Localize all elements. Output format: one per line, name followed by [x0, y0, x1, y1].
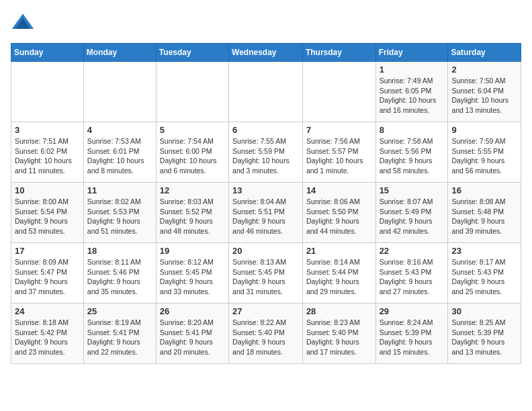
calendar-cell: 9Sunrise: 7:59 AMSunset: 5:55 PMDaylight…: [448, 122, 521, 183]
logo-icon: [11, 11, 35, 35]
day-info: Sunrise: 7:55 AMSunset: 5:59 PMDaylight:…: [232, 136, 299, 176]
day-info: Sunrise: 8:17 AMSunset: 5:43 PMDaylight:…: [451, 257, 517, 297]
day-info: Sunrise: 7:53 AMSunset: 6:01 PMDaylight:…: [87, 136, 152, 176]
day-number: 29: [380, 306, 445, 316]
logo: [11, 11, 38, 35]
calendar-cell: 7Sunrise: 7:56 AMSunset: 5:57 PMDaylight…: [302, 122, 375, 183]
day-number: 18: [87, 246, 152, 256]
calendar-cell: 1Sunrise: 7:49 AMSunset: 6:05 PMDaylight…: [375, 62, 448, 122]
day-info: Sunrise: 8:06 AMSunset: 5:50 PMDaylight:…: [306, 197, 372, 236]
day-number: 4: [87, 125, 152, 135]
calendar-cell: 27Sunrise: 8:22 AMSunset: 5:40 PMDayligh…: [229, 304, 303, 364]
calendar-cell: 18Sunrise: 8:11 AMSunset: 5:46 PMDayligh…: [83, 243, 156, 304]
day-number: 21: [306, 246, 372, 256]
day-info: Sunrise: 8:04 AMSunset: 5:51 PMDaylight:…: [232, 197, 299, 236]
calendar-cell: 11Sunrise: 8:02 AMSunset: 5:53 PMDayligh…: [83, 183, 156, 243]
calendar-cell: 15Sunrise: 8:07 AMSunset: 5:49 PMDayligh…: [375, 183, 448, 243]
day-info: Sunrise: 8:00 AMSunset: 5:54 PMDaylight:…: [15, 197, 80, 236]
calendar-cell: 24Sunrise: 8:18 AMSunset: 5:42 PMDayligh…: [11, 304, 84, 364]
calendar-header-thursday: Thursday: [302, 44, 375, 62]
calendar-header-saturday: Saturday: [448, 44, 521, 62]
calendar-header-monday: Monday: [83, 44, 156, 62]
day-info: Sunrise: 8:14 AMSunset: 5:44 PMDaylight:…: [306, 257, 372, 297]
day-number: 1: [380, 64, 445, 75]
day-info: Sunrise: 8:09 AMSunset: 5:47 PMDaylight:…: [15, 257, 80, 297]
day-number: 28: [306, 306, 372, 316]
day-info: Sunrise: 7:56 AMSunset: 5:57 PMDaylight:…: [306, 136, 372, 176]
day-number: 26: [160, 306, 225, 316]
day-info: Sunrise: 7:51 AMSunset: 6:02 PMDaylight:…: [15, 136, 80, 176]
calendar-body: 1Sunrise: 7:49 AMSunset: 6:05 PMDaylight…: [11, 62, 521, 364]
calendar-week-5: 24Sunrise: 8:18 AMSunset: 5:42 PMDayligh…: [11, 304, 521, 364]
calendar-header-friday: Friday: [375, 44, 448, 62]
calendar-week-4: 17Sunrise: 8:09 AMSunset: 5:47 PMDayligh…: [11, 243, 521, 304]
day-number: 7: [306, 125, 372, 135]
day-info: Sunrise: 7:49 AMSunset: 6:05 PMDaylight:…: [380, 76, 445, 116]
calendar-cell: [156, 62, 228, 122]
calendar-header-row: SundayMondayTuesdayWednesdayThursdayFrid…: [11, 44, 521, 62]
calendar-cell: 5Sunrise: 7:54 AMSunset: 6:00 PMDaylight…: [156, 122, 228, 183]
day-number: 16: [451, 185, 517, 195]
day-info: Sunrise: 8:18 AMSunset: 5:42 PMDaylight:…: [15, 318, 80, 357]
day-number: 19: [160, 246, 225, 256]
day-number: 27: [232, 306, 299, 316]
day-number: 2: [451, 64, 517, 75]
day-number: 25: [87, 306, 152, 316]
day-number: 5: [160, 125, 225, 135]
day-info: Sunrise: 8:24 AMSunset: 5:39 PMDaylight:…: [380, 318, 445, 357]
calendar-cell: 16Sunrise: 8:08 AMSunset: 5:48 PMDayligh…: [448, 183, 521, 243]
calendar-cell: [83, 62, 156, 122]
calendar-cell: 30Sunrise: 8:25 AMSunset: 5:39 PMDayligh…: [448, 304, 521, 364]
day-info: Sunrise: 8:11 AMSunset: 5:46 PMDaylight:…: [87, 257, 152, 297]
calendar-header-wednesday: Wednesday: [229, 44, 303, 62]
day-info: Sunrise: 8:23 AMSunset: 5:40 PMDaylight:…: [306, 318, 372, 357]
day-info: Sunrise: 8:25 AMSunset: 5:39 PMDaylight:…: [451, 318, 517, 357]
day-info: Sunrise: 8:08 AMSunset: 5:48 PMDaylight:…: [451, 197, 517, 236]
calendar-cell: 22Sunrise: 8:16 AMSunset: 5:43 PMDayligh…: [375, 243, 448, 304]
page-header: [11, 11, 521, 35]
calendar-table: SundayMondayTuesdayWednesdayThursdayFrid…: [11, 43, 521, 364]
day-number: 8: [380, 125, 445, 135]
day-info: Sunrise: 8:20 AMSunset: 5:41 PMDaylight:…: [160, 318, 225, 357]
day-info: Sunrise: 8:02 AMSunset: 5:53 PMDaylight:…: [87, 197, 152, 236]
calendar-cell: 12Sunrise: 8:03 AMSunset: 5:52 PMDayligh…: [156, 183, 228, 243]
calendar-cell: [229, 62, 303, 122]
calendar-cell: 20Sunrise: 8:13 AMSunset: 5:45 PMDayligh…: [229, 243, 303, 304]
calendar-cell: 2Sunrise: 7:50 AMSunset: 6:04 PMDaylight…: [448, 62, 521, 122]
calendar-cell: 26Sunrise: 8:20 AMSunset: 5:41 PMDayligh…: [156, 304, 228, 364]
day-info: Sunrise: 7:59 AMSunset: 5:55 PMDaylight:…: [451, 136, 517, 176]
calendar-cell: 19Sunrise: 8:12 AMSunset: 5:45 PMDayligh…: [156, 243, 228, 304]
day-info: Sunrise: 8:12 AMSunset: 5:45 PMDaylight:…: [160, 257, 225, 297]
calendar-cell: 3Sunrise: 7:51 AMSunset: 6:02 PMDaylight…: [11, 122, 84, 183]
day-info: Sunrise: 8:13 AMSunset: 5:45 PMDaylight:…: [232, 257, 299, 297]
calendar-cell: 14Sunrise: 8:06 AMSunset: 5:50 PMDayligh…: [302, 183, 375, 243]
day-number: 14: [306, 185, 372, 195]
day-info: Sunrise: 8:03 AMSunset: 5:52 PMDaylight:…: [160, 197, 225, 236]
calendar-week-1: 1Sunrise: 7:49 AMSunset: 6:05 PMDaylight…: [11, 62, 521, 122]
day-number: 6: [232, 125, 299, 135]
day-number: 22: [380, 246, 445, 256]
calendar-cell: 4Sunrise: 7:53 AMSunset: 6:01 PMDaylight…: [83, 122, 156, 183]
calendar-header-sunday: Sunday: [11, 44, 84, 62]
calendar-cell: [302, 62, 375, 122]
day-number: 9: [451, 125, 517, 135]
day-info: Sunrise: 8:19 AMSunset: 5:41 PMDaylight:…: [87, 318, 152, 357]
calendar-cell: 29Sunrise: 8:24 AMSunset: 5:39 PMDayligh…: [375, 304, 448, 364]
day-info: Sunrise: 7:58 AMSunset: 5:56 PMDaylight:…: [380, 136, 445, 176]
day-number: 17: [15, 246, 80, 256]
day-number: 10: [15, 185, 80, 195]
calendar-cell: 21Sunrise: 8:14 AMSunset: 5:44 PMDayligh…: [302, 243, 375, 304]
day-number: 3: [15, 125, 80, 135]
calendar-cell: 17Sunrise: 8:09 AMSunset: 5:47 PMDayligh…: [11, 243, 84, 304]
day-info: Sunrise: 7:54 AMSunset: 6:00 PMDaylight:…: [160, 136, 225, 176]
calendar-header-tuesday: Tuesday: [156, 44, 228, 62]
calendar-week-3: 10Sunrise: 8:00 AMSunset: 5:54 PMDayligh…: [11, 183, 521, 243]
calendar-cell: 23Sunrise: 8:17 AMSunset: 5:43 PMDayligh…: [448, 243, 521, 304]
calendar-cell: 25Sunrise: 8:19 AMSunset: 5:41 PMDayligh…: [83, 304, 156, 364]
calendar-cell: 6Sunrise: 7:55 AMSunset: 5:59 PMDaylight…: [229, 122, 303, 183]
calendar-week-2: 3Sunrise: 7:51 AMSunset: 6:02 PMDaylight…: [11, 122, 521, 183]
day-info: Sunrise: 7:50 AMSunset: 6:04 PMDaylight:…: [451, 76, 517, 116]
calendar-cell: 8Sunrise: 7:58 AMSunset: 5:56 PMDaylight…: [375, 122, 448, 183]
day-number: 12: [160, 185, 225, 195]
day-number: 15: [380, 185, 445, 195]
